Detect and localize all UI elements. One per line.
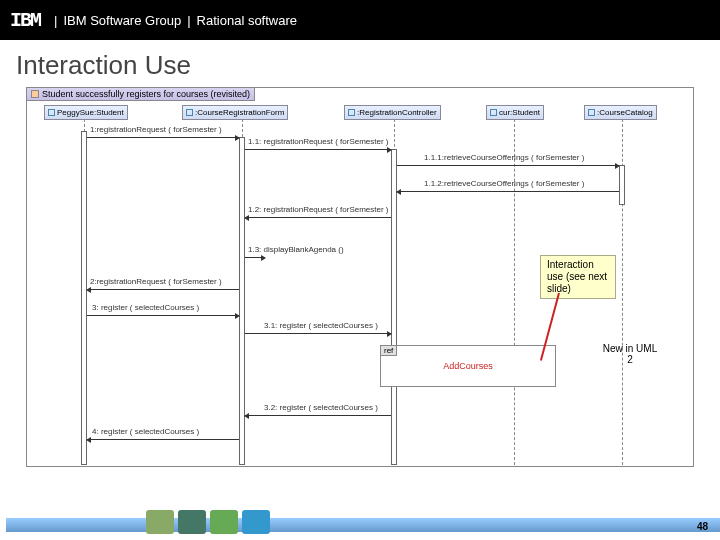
lifeline-head: cur:Student <box>486 105 544 120</box>
class-icon <box>588 109 595 116</box>
footer-icons <box>146 510 270 534</box>
message-label: 1.3: displayBlankAgenda () <box>248 245 344 254</box>
callout-note: Interaction use (see next slide) <box>540 255 616 299</box>
message-arrow <box>245 415 391 416</box>
message-arrow <box>87 439 239 440</box>
class-icon <box>348 109 355 116</box>
activation <box>619 165 625 205</box>
message-arrow <box>245 149 391 150</box>
divider: | <box>187 13 190 28</box>
message-label: 3.2: register ( selectedCourses ) <box>264 403 378 412</box>
lifeline-head: PeggySue:Student <box>44 105 128 120</box>
message-label: 1.2: registrationRequest ( forSemester ) <box>248 205 389 214</box>
deco-icon <box>146 510 174 534</box>
message-arrow <box>397 191 619 192</box>
message-label: 1.1: registrationRequest ( forSemester ) <box>248 137 389 146</box>
message-label: 1:registrationRequest ( forSemester ) <box>90 125 222 134</box>
activation <box>81 131 87 465</box>
message-label: 3.1: register ( selectedCourses ) <box>264 321 378 330</box>
message-label: 1.1.1:retrieveCourseOfferings ( forSemes… <box>424 153 584 162</box>
message-arrow <box>245 257 265 258</box>
page-title: Interaction Use <box>0 40 720 87</box>
class-icon <box>490 109 497 116</box>
message-arrow <box>245 217 391 218</box>
footer: 48 <box>0 510 720 540</box>
lifeline-head: :CourseCatalog <box>584 105 657 120</box>
interaction-use-frame: ref AddCourses <box>380 345 556 387</box>
activation <box>391 149 397 465</box>
message-label: 4: register ( selectedCourses ) <box>92 427 199 436</box>
actor-icon <box>48 109 55 116</box>
deco-icon <box>178 510 206 534</box>
sequence-diagram: Student successfully registers for cours… <box>24 87 696 467</box>
ibm-logo: IBM <box>10 9 40 32</box>
message-label: 2:registrationRequest ( forSemester ) <box>90 277 222 286</box>
message-arrow <box>87 315 239 316</box>
class-icon <box>186 109 193 116</box>
message-label: 1.1.2:retrieveCourseOfferings ( forSemes… <box>424 179 584 188</box>
ref-label: AddCourses <box>443 361 493 371</box>
lifeline <box>514 119 515 465</box>
footer-band <box>6 518 720 532</box>
message-label: 3: register ( selectedCourses ) <box>92 303 199 312</box>
frame-title-text: Student successfully registers for cours… <box>42 89 250 99</box>
starburst-badge: New in UML 2 <box>600 333 660 375</box>
frame-icon <box>31 90 39 98</box>
lifeline-head: :CourseRegistrationForm <box>182 105 288 120</box>
divider: | <box>54 13 57 28</box>
header-bar: IBM | IBM Software Group | Rational soft… <box>0 0 720 40</box>
message-arrow <box>87 137 239 138</box>
message-arrow <box>87 289 239 290</box>
starburst-text: New in UML 2 <box>603 343 657 365</box>
message-arrow <box>245 333 391 334</box>
deco-icon <box>242 510 270 534</box>
message-arrow <box>397 165 619 166</box>
deco-icon <box>210 510 238 534</box>
product-label: Rational software <box>197 13 297 28</box>
lifeline-head: :RegistrationController <box>344 105 441 120</box>
page-number: 48 <box>697 521 708 532</box>
ref-tab: ref <box>380 345 397 356</box>
frame-title: Student successfully registers for cours… <box>26 87 255 101</box>
group-label: IBM Software Group <box>63 13 181 28</box>
